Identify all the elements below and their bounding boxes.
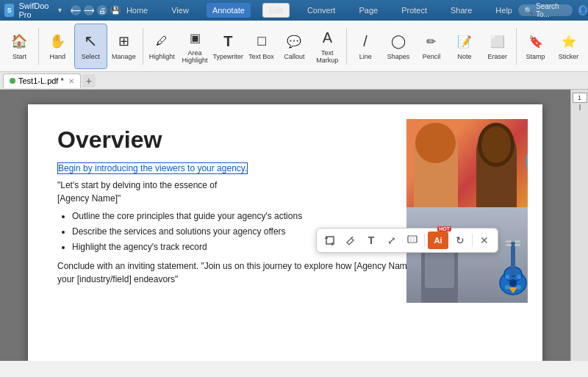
tool-line[interactable]: / Line — [349, 24, 382, 69]
titlebar-arrow: ▼ — [57, 7, 63, 14]
img-toolbar-divider-2 — [472, 234, 473, 247]
tool-pencil[interactable]: ✏ Pencil — [415, 24, 448, 69]
img-close-btn[interactable]: ✕ — [476, 231, 493, 249]
page-number: 1 — [573, 93, 587, 103]
tool-stamp[interactable]: 🔖 Stamp — [519, 24, 552, 69]
manage-icon: ⊞ — [113, 31, 134, 51]
pdf-area[interactable]: Overview Begin by introducing the viewer… — [0, 90, 570, 361]
tool-sticker[interactable]: ⭐ Sticker — [552, 24, 585, 69]
img-ai-btn[interactable]: Ai HOT — [428, 231, 448, 249]
select-icon: ↖ — [80, 31, 101, 51]
tool-eraser[interactable]: ⬜ Eraser — [481, 24, 514, 69]
tool-text-box-label: Text Box — [248, 54, 274, 61]
nav-back[interactable]: ⟵ — [71, 5, 81, 15]
pdf-image[interactable] — [406, 119, 528, 303]
svg-point-15 — [517, 285, 521, 290]
toolbar-divider-1 — [38, 28, 39, 65]
menu-convert[interactable]: Convert — [301, 3, 342, 18]
svg-rect-22 — [413, 236, 415, 243]
tool-hand[interactable]: ✋ Hand — [41, 24, 74, 69]
img-text-btn[interactable]: T — [362, 231, 380, 249]
img-resize-btn[interactable]: ⤢ — [383, 231, 401, 249]
tabbar: Test1-L.pdf * ✕ + — [0, 72, 588, 90]
tool-shapes-label: Shapes — [387, 54, 410, 61]
img-rotate-btn[interactable]: ↻ — [451, 231, 469, 249]
tab-label: Test1-L.pdf * — [18, 76, 64, 85]
shapes-icon: ◯ — [388, 31, 409, 51]
menu-annotate[interactable]: Annotate — [207, 3, 251, 18]
tool-text-box[interactable]: ☐ Text Box — [245, 24, 278, 69]
ai-label: Ai — [434, 236, 442, 245]
image-toolbar: T ⤢ Ai HOT ↻ ✕ — [316, 228, 498, 253]
img-edit-btn[interactable] — [342, 231, 359, 249]
tool-note[interactable]: 📝 Note — [448, 24, 481, 69]
toolbar-divider-3 — [346, 28, 347, 65]
nav-forward[interactable]: ⟶ — [84, 5, 94, 15]
tool-line-label: Line — [359, 54, 372, 61]
img-toolbar-divider — [424, 234, 425, 247]
tool-start-label: Start — [12, 54, 26, 61]
tool-shapes[interactable]: ◯ Shapes — [382, 24, 415, 69]
add-tab-btn[interactable]: + — [82, 74, 96, 87]
menu-share[interactable]: Share — [445, 3, 478, 18]
svg-point-13 — [517, 275, 521, 279]
search-bar[interactable]: 🔍 Search To... — [518, 4, 573, 16]
hot-badge: HOT — [437, 226, 451, 231]
search-icon: 🔍 — [524, 7, 533, 15]
menu-protect[interactable]: Protect — [395, 3, 433, 18]
svg-rect-20 — [408, 236, 417, 243]
hand-icon: ✋ — [47, 31, 68, 51]
tool-typewriter[interactable]: T Typewriter — [212, 24, 245, 69]
user-icon[interactable]: 👤 — [578, 5, 587, 15]
toolbar-divider-4 — [516, 28, 517, 65]
start-icon: 🏠 — [9, 31, 29, 51]
tool-note-label: Note — [457, 54, 471, 61]
eraser-icon: ⬜ — [487, 31, 508, 51]
line-icon: / — [355, 31, 376, 51]
image-top — [406, 119, 528, 207]
tool-pencil-label: Pencil — [423, 54, 441, 61]
tool-text-markup[interactable]: A Text Markup — [311, 24, 344, 69]
menu-edit[interactable]: Edit — [262, 3, 290, 18]
toolbar: 🏠 Start ✋ Hand ↖ Select ⊞ Manage 🖊 Highl… — [0, 21, 588, 72]
svg-rect-21 — [410, 236, 412, 243]
typewriter-icon: T — [218, 31, 238, 51]
img-filter-btn[interactable] — [404, 231, 421, 249]
img-crop-btn[interactable] — [321, 231, 339, 249]
toolbar-divider-2 — [143, 28, 143, 65]
print-btn[interactable]: 🖨 — [97, 5, 107, 15]
titlebar: S SwifDoo Pro ▼ ⟵ ⟶ 🖨 💾 Home View Annota… — [0, 0, 588, 21]
pencil-icon: ✏ — [421, 31, 442, 51]
svg-rect-3 — [506, 240, 512, 243]
sticker-icon: ⭐ — [559, 31, 579, 51]
tool-select[interactable]: ↖ Select — [74, 24, 107, 69]
tool-select-label: Select — [82, 54, 100, 61]
menu-help[interactable]: Help — [490, 3, 518, 18]
tab-close-btn[interactable]: ✕ — [68, 77, 74, 85]
tool-typewriter-label: Typewriter — [213, 54, 244, 61]
callout-icon: 💬 — [284, 31, 304, 51]
tool-hand-label: Hand — [49, 54, 65, 61]
tool-callout[interactable]: 💬 Callout — [278, 24, 311, 69]
tool-start[interactable]: 🏠 Start — [3, 24, 36, 69]
main-area: Overview Begin by introducing the viewer… — [0, 90, 588, 361]
menu-home[interactable]: Home — [121, 3, 154, 18]
tool-highlight-label: Highlight — [149, 54, 175, 61]
tool-stamp-label: Stamp — [526, 54, 545, 61]
titlebar-left: S SwifDoo Pro ▼ ⟵ ⟶ 🖨 💾 — [4, 1, 121, 19]
tool-area-highlight-label: Area Highlight — [180, 50, 210, 65]
tool-manage[interactable]: ⊞ Manage — [107, 24, 140, 69]
menu-page[interactable]: Page — [353, 3, 384, 18]
svg-point-14 — [505, 285, 509, 290]
tool-manage-label: Manage — [112, 54, 136, 61]
tool-sticker-label: Sticker — [559, 54, 579, 61]
svg-rect-5 — [506, 244, 512, 246]
page-sidebar: 1 — [570, 90, 588, 361]
save-btn[interactable]: 💾 — [110, 5, 121, 15]
svg-rect-6 — [514, 244, 520, 246]
tool-area-highlight[interactable]: ▣ Area Highlight — [179, 24, 212, 69]
stamp-icon: 🔖 — [526, 31, 546, 51]
pdf-tab[interactable]: Test1-L.pdf * ✕ — [3, 73, 81, 88]
menu-view[interactable]: View — [165, 3, 195, 18]
tool-highlight[interactable]: 🖊 Highlight — [146, 24, 179, 69]
